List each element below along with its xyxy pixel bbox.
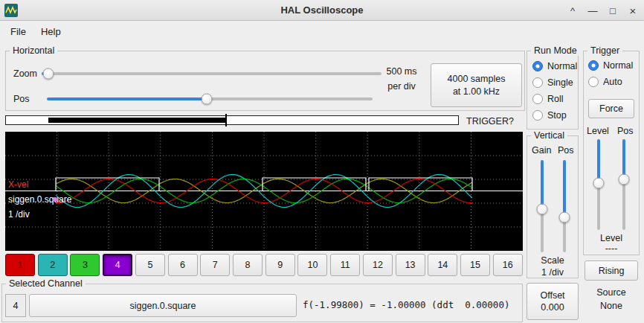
run-mode-options: NormalSingleRollStop: [532, 61, 577, 121]
radio-icon: [588, 77, 599, 87]
radio-icon: [588, 60, 599, 71]
trigger-options-normal[interactable]: Normal: [588, 60, 633, 71]
record-progress-fill: [48, 118, 226, 123]
scope-label-scale: 1 /div: [8, 209, 30, 220]
channel-button-12[interactable]: 12: [363, 254, 393, 276]
vertical-pos-slider-handle[interactable]: [559, 211, 570, 223]
force-button[interactable]: Force: [588, 99, 634, 118]
channel-button-9[interactable]: 9: [265, 254, 295, 276]
horizontal-pos-label: Pos: [13, 94, 30, 104]
radio-label: Roll: [547, 94, 564, 104]
record-progress-bar: [5, 115, 459, 125]
menu-file[interactable]: File: [3, 23, 33, 40]
vertical-pos-header: Pos: [558, 145, 574, 156]
zoom-slider-track: [42, 72, 381, 75]
horizontal-pos-slider-handle[interactable]: [201, 94, 212, 105]
channel-button-7[interactable]: 7: [200, 254, 230, 276]
scope-canvas: [5, 132, 523, 251]
run-mode-options-single[interactable]: Single: [532, 77, 577, 88]
offset-button[interactable]: Offset 0.000: [527, 283, 579, 320]
trigger-pos-slider-handle[interactable]: [619, 173, 630, 185]
trigger-options: NormalAuto: [588, 60, 633, 87]
trigger-group: Trigger NormalAuto Force Level Pos Level…: [583, 51, 640, 255]
trigger-level-slider[interactable]: [593, 139, 605, 230]
trigger-source-caption: Source: [583, 287, 640, 298]
trigger-pos-header: Pos: [617, 126, 634, 136]
radio-label: Normal: [603, 60, 633, 71]
shade-button[interactable]: ^: [567, 5, 578, 16]
scale-value: 1 /div: [527, 267, 578, 278]
channel-value-readout: f(-1.99800) = -1.00000 (ddt 0.00000): [303, 299, 509, 310]
channel-button-13[interactable]: 13: [396, 254, 425, 276]
trigger-edge-button[interactable]: Rising: [585, 260, 638, 281]
hal-oscilloscope-window: HAL Oscilloscope ^ — □ × File Help Horiz…: [0, 0, 644, 323]
trigger-status-label: TRIGGER?: [466, 116, 514, 127]
zoom-slider[interactable]: [42, 68, 381, 80]
gain-slider-handle[interactable]: [537, 203, 548, 214]
trigger-title: Trigger: [587, 45, 622, 56]
channel-button-10[interactable]: 10: [297, 254, 327, 276]
channel-button-3[interactable]: 3: [70, 254, 100, 276]
record-settings-button[interactable]: 4000 samples at 1.00 kHz: [431, 63, 522, 107]
scope-label-ch1: X-vel: [8, 179, 28, 190]
channel-button-16[interactable]: 16: [493, 254, 523, 276]
run-mode-group: Run Mode NormalSingleRollStop: [527, 51, 579, 129]
scope-label-ch4: siggen.0.square: [8, 194, 71, 205]
gain-slider[interactable]: [536, 160, 548, 252]
run-mode-options-stop[interactable]: Stop: [532, 110, 577, 121]
channel-button-4[interactable]: 4: [103, 254, 132, 276]
horizontal-group-title: Horizontal: [10, 45, 57, 56]
trigger-position-marker: [225, 114, 227, 127]
radio-icon: [532, 77, 543, 88]
cursor-dot: [53, 197, 57, 202]
radio-icon: [532, 94, 543, 104]
run-mode-options-roll[interactable]: Roll: [532, 94, 577, 104]
menu-bar: File Help: [0, 22, 644, 41]
zoom-label: Zoom: [13, 68, 37, 79]
vertical-title: Vertical: [531, 130, 567, 141]
channel-button-8[interactable]: 8: [233, 254, 263, 276]
trigger-level-slider-handle[interactable]: [593, 177, 605, 188]
channel-button-11[interactable]: 11: [330, 254, 360, 276]
channel-source-button[interactable]: siggen.0.square: [29, 294, 297, 317]
radio-label: Stop: [547, 110, 567, 121]
radio-icon: [532, 110, 543, 121]
scope-display: X-vel siggen.0.square 1 /div: [5, 132, 523, 251]
vertical-pos-slider[interactable]: [558, 160, 570, 252]
channel-button-6[interactable]: 6: [168, 254, 198, 276]
channel-button-1[interactable]: 1: [5, 254, 35, 276]
scale-caption: Scale: [527, 255, 578, 266]
channel-button-14[interactable]: 14: [428, 254, 457, 276]
channel-button-15[interactable]: 15: [460, 254, 490, 276]
trigger-source-value: None: [583, 301, 640, 311]
trigger-options-auto[interactable]: Auto: [588, 77, 633, 87]
horizontal-group: Horizontal Zoom 500 ms per div 4000 samp…: [5, 51, 525, 111]
radio-icon: [532, 61, 543, 71]
gain-header: Gain: [532, 145, 551, 156]
zoom-slider-handle[interactable]: [43, 68, 54, 80]
run-mode-title: Run Mode: [531, 45, 580, 56]
vertical-group: Vertical Gain Pos Scale 1 /div: [527, 135, 579, 278]
selected-channel-title: Selected Channel: [6, 278, 86, 289]
window-title: HAL Oscilloscope: [0, 4, 644, 16]
title-bar: HAL Oscilloscope ^ — □ ×: [0, 0, 644, 21]
time-per-div-readout: 500 ms per div: [378, 66, 425, 92]
horizontal-pos-slider[interactable]: [47, 93, 373, 105]
trigger-level-caption: Level: [584, 233, 639, 243]
radio-label: Single: [547, 77, 573, 88]
vertical-pos-slider-track: [563, 160, 566, 252]
selected-channel-number: 4: [5, 294, 26, 317]
radio-label: Auto: [603, 77, 622, 87]
menu-help[interactable]: Help: [33, 23, 68, 40]
trigger-level-value: ----: [584, 243, 639, 254]
channel-button-5[interactable]: 5: [135, 254, 165, 276]
run-mode-options-normal[interactable]: Normal: [532, 61, 577, 71]
minimize-button[interactable]: —: [587, 5, 598, 16]
radio-label: Normal: [547, 61, 577, 71]
channel-button-2[interactable]: 2: [38, 254, 68, 276]
maximize-button[interactable]: □: [608, 5, 618, 16]
trigger-pos-slider[interactable]: [618, 139, 630, 230]
channel-row: 12345678910111213141516: [5, 254, 523, 276]
trigger-level-header: Level: [587, 126, 609, 136]
close-button[interactable]: ×: [628, 4, 638, 17]
